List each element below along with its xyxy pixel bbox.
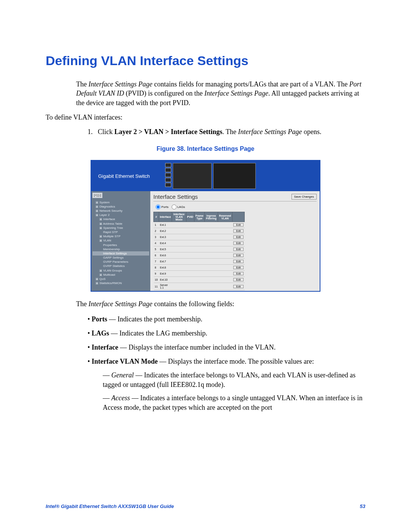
table-header-cell: Reserved VLAN bbox=[218, 212, 232, 222]
table-row: 9Ext.9Edit bbox=[154, 271, 245, 277]
edit-button[interactable]: Edit bbox=[233, 241, 243, 245]
radio-ports[interactable] bbox=[156, 204, 161, 209]
tree-item[interactable]: Statistics/RMON bbox=[92, 281, 149, 285]
text-bold: Interface bbox=[92, 343, 118, 351]
screenshot-body: [+] [-] SystemDiagnosticsNetwork Securit… bbox=[91, 191, 320, 291]
edit-button[interactable]: Edit bbox=[233, 223, 243, 227]
field-list: Ports — Indicates the port membership. L… bbox=[88, 314, 365, 367]
tree-item[interactable]: Rapid STP bbox=[92, 230, 149, 234]
tree-expand-collapse[interactable]: [+] [-] bbox=[92, 193, 102, 198]
tree-item[interactable]: Properties bbox=[92, 243, 149, 247]
radio-ports-label: Ports bbox=[161, 205, 169, 209]
text: — Indicates the LAG membership. bbox=[109, 329, 207, 337]
edit-button[interactable]: Edit bbox=[233, 235, 243, 239]
text-italic: Interface Settings Page bbox=[204, 89, 268, 97]
tree-item[interactable]: GVRP Statistics bbox=[92, 264, 149, 268]
table-row: 8Ext.8Edit bbox=[154, 265, 245, 271]
tree-item[interactable]: Multiple STP bbox=[92, 234, 149, 238]
tree-item[interactable]: Interface Settings bbox=[92, 251, 149, 256]
tree-item[interactable]: Membership bbox=[92, 247, 149, 251]
text-bold: Interface VLAN Mode bbox=[92, 358, 158, 365]
tree-item[interactable]: VLAN bbox=[92, 238, 149, 243]
field-ports: Ports — Indicates the port membership. bbox=[88, 314, 365, 324]
edit-button[interactable]: Edit bbox=[233, 254, 243, 257]
screenshot-interface-settings: Gigabit Ethernet Switch [+] [-] SystemDi… bbox=[91, 160, 320, 292]
table-header-cell: PVID bbox=[186, 212, 194, 222]
radio-lags-label: LAGs bbox=[177, 205, 185, 209]
tree-item[interactable]: Multicast bbox=[92, 273, 149, 277]
radio-group: Ports LAGs bbox=[153, 204, 317, 209]
after-figure-text: The Interface Settings Page contains the… bbox=[76, 299, 365, 308]
interface-table: #InterfaceInterface VLAN ModePVIDFrame T… bbox=[153, 212, 245, 290]
footer-title: Intel® Gigabit Ethernet Switch AXXSW1GB … bbox=[46, 503, 174, 509]
edit-button[interactable]: Edit bbox=[233, 229, 243, 233]
tree-item[interactable]: Layer 2 bbox=[92, 213, 149, 217]
text: contains the following fields: bbox=[152, 300, 234, 308]
tree-item[interactable]: GVRP Parameters bbox=[92, 260, 149, 264]
text: — Indicates the port membership. bbox=[107, 315, 202, 323]
text-italic: Interface Settings Page bbox=[88, 80, 152, 88]
text-bold: Ports bbox=[92, 315, 107, 323]
table-row: 3Ext.3Edit bbox=[154, 234, 245, 240]
text-bold: LAGs bbox=[92, 329, 109, 337]
document-page: Defining VLAN Interface Settings The Int… bbox=[0, 0, 411, 532]
product-brand: Gigabit Ethernet Switch bbox=[91, 173, 163, 179]
table-header-cell: Frame Type bbox=[194, 212, 204, 222]
table-row: 10Ext.10Edit bbox=[154, 277, 245, 283]
text-italic: Access bbox=[112, 394, 130, 402]
nav-tree[interactable]: [+] [-] SystemDiagnosticsNetwork Securit… bbox=[91, 191, 150, 291]
text: . The bbox=[222, 128, 238, 136]
text: — Indicates the interface belongs to VLA… bbox=[103, 371, 355, 388]
screenshot-header: Gigabit Ethernet Switch bbox=[91, 161, 320, 191]
tree-item[interactable]: Diagnostics bbox=[92, 204, 149, 209]
text: — Indicates a interface belongs to a sin… bbox=[103, 394, 363, 411]
text: contains fields for managing ports/LAGs … bbox=[152, 80, 349, 88]
main-panel: Interface Settings Save Changes Ports LA… bbox=[150, 191, 320, 291]
table-row: 2Ext.2Edit bbox=[154, 228, 245, 234]
radio-lags[interactable] bbox=[172, 204, 177, 209]
text: (PVID) is configured on the bbox=[124, 89, 204, 97]
tree-item[interactable]: Spanning Tree bbox=[92, 226, 149, 230]
table-row: 4Ext.4Edit bbox=[154, 240, 245, 246]
text-italic: General bbox=[112, 371, 134, 379]
sub-general: General — Indicates the interface belong… bbox=[103, 371, 365, 390]
text: Click bbox=[98, 128, 115, 136]
chassis-graphic bbox=[163, 161, 258, 191]
text-italic: Interface Settings Page bbox=[88, 300, 152, 308]
edit-button[interactable]: Edit bbox=[233, 260, 243, 263]
step-number: 1. bbox=[88, 128, 93, 136]
field-interface: Interface — Displays the interface numbe… bbox=[88, 342, 365, 353]
edit-button[interactable]: Edit bbox=[233, 266, 243, 269]
edit-button[interactable]: Edit bbox=[233, 278, 243, 281]
tree-item[interactable]: Interface bbox=[92, 217, 149, 221]
page-heading: Defining VLAN Interface Settings bbox=[46, 53, 365, 68]
tree-item[interactable]: VLAN Groups bbox=[92, 268, 149, 273]
table-row: 7Ext.7Edit bbox=[154, 259, 245, 265]
figure-caption: Figure 38. Interface Settings Page bbox=[46, 145, 365, 152]
table-header-cell: # bbox=[154, 212, 159, 222]
save-changes-button[interactable]: Save Changes bbox=[292, 194, 317, 200]
edit-button[interactable]: Edit bbox=[233, 285, 243, 288]
tree-item[interactable]: Address Table bbox=[92, 222, 149, 226]
text: — Displays the interface mode. The possi… bbox=[158, 358, 314, 365]
tree-item[interactable]: QoS bbox=[92, 277, 149, 281]
edit-button[interactable]: Edit bbox=[233, 272, 243, 275]
intro-paragraph-2: To define VLAN interfaces: bbox=[46, 113, 365, 122]
table-row: 1Ext.1Edit bbox=[154, 222, 245, 228]
text: The bbox=[76, 300, 88, 308]
text-italic: Interface Settings Page bbox=[238, 128, 302, 136]
tree-item[interactable]: System bbox=[92, 200, 149, 204]
text: The bbox=[76, 80, 88, 88]
edit-button[interactable]: Edit bbox=[233, 248, 243, 251]
sub-access: Access — Indicates a interface belongs t… bbox=[103, 393, 365, 412]
fields-lead: The Interface Settings Page contains the… bbox=[76, 299, 365, 308]
panel-title: Interface Settings bbox=[153, 193, 198, 200]
table-row: 11Server 1.1Edit bbox=[154, 283, 245, 290]
footer-page-number: 53 bbox=[360, 503, 365, 509]
tree-item[interactable]: GARP Settings bbox=[92, 256, 149, 260]
table-header-cell: Interface VLAN Mode bbox=[172, 212, 186, 222]
table-row: 5Ext.5Edit bbox=[154, 246, 245, 252]
tree-item[interactable]: Network Security bbox=[92, 209, 149, 213]
text-bold: Layer 2 > VLAN > Interface Settings bbox=[115, 128, 223, 136]
intro-block: The Interface Settings Page contains fie… bbox=[76, 80, 365, 122]
